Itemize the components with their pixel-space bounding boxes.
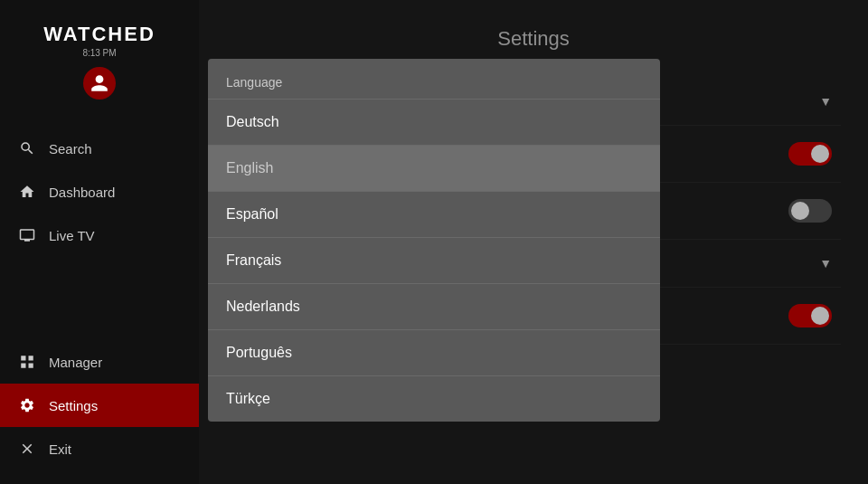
app-logo-text: WATCHED — [43, 23, 156, 46]
language-item-francais[interactable]: Français — [208, 237, 660, 283]
sidebar-item-manager-label: Manager — [49, 355, 102, 370]
grid-icon — [18, 353, 36, 371]
app-logo: WATCHED 8:13 PM — [43, 23, 156, 58]
search-icon — [18, 139, 36, 157]
app-time: 8:13 PM — [82, 48, 116, 58]
sidebar-item-settings[interactable]: Settings — [0, 384, 199, 427]
language-item-portugues[interactable]: Português — [208, 329, 660, 375]
sidebar-item-livetv-label: Live TV — [49, 228, 95, 243]
sidebar-item-dashboard[interactable]: Dashboard — [0, 170, 199, 214]
sidebar-item-livetv[interactable]: Live TV — [0, 214, 199, 257]
language-item-espanol[interactable]: Español — [208, 191, 660, 237]
language-item-english[interactable]: English — [208, 145, 660, 191]
language-list: Deutsch English Español Français Nederla… — [208, 99, 660, 422]
exit-icon — [18, 440, 36, 458]
sidebar-item-dashboard-label: Dashboard — [49, 185, 115, 200]
sidebar: WATCHED 8:13 PM Search Dashboard — [0, 0, 199, 484]
language-modal-header: Language — [208, 59, 660, 99]
sidebar-item-search-label: Search — [49, 141, 92, 157]
settings-icon — [18, 396, 36, 414]
language-modal: Language Deutsch English Español Françai… — [208, 59, 660, 422]
sidebar-header: WATCHED 8:13 PM — [0, 9, 199, 118]
sidebar-item-exit-label: Exit — [49, 441, 71, 457]
avatar[interactable] — [83, 67, 116, 100]
sidebar-item-manager[interactable]: Manager — [0, 340, 199, 384]
home-icon — [18, 183, 36, 201]
language-item-deutsch[interactable]: Deutsch — [208, 99, 660, 145]
sidebar-nav: Search Dashboard Live TV — [0, 118, 199, 340]
sidebar-bottom: Manager Settings Exit — [0, 340, 199, 484]
sidebar-item-settings-label: Settings — [49, 398, 98, 413]
sidebar-item-exit[interactable]: Exit — [0, 427, 199, 470]
sidebar-item-search[interactable]: Search — [0, 127, 199, 170]
language-item-turkce[interactable]: Türkçe — [208, 375, 660, 422]
tv-icon — [18, 226, 36, 244]
language-item-nederlands[interactable]: Nederlands — [208, 283, 660, 329]
